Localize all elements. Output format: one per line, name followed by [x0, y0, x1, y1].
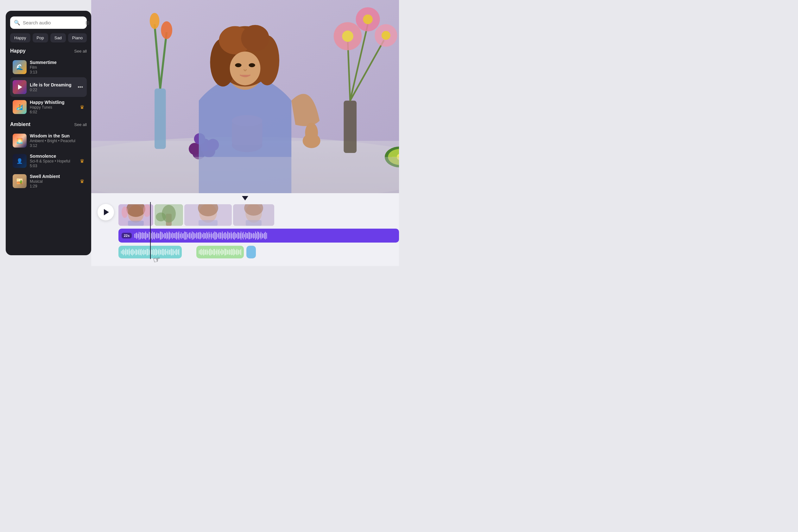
svg-point-20: [382, 31, 391, 40]
track-duration-somnolence: 5:03: [30, 164, 77, 168]
clip-4[interactable]: [233, 204, 274, 226]
scrubber-marker: [242, 196, 248, 201]
chip-pop[interactable]: Pop: [33, 33, 48, 42]
section-ambient-header: Ambient See all: [10, 121, 87, 127]
svg-rect-43: [91, 157, 399, 193]
play-btn-icon: [104, 209, 109, 215]
chip-happy[interactable]: Happy: [10, 33, 31, 42]
timeline-content: 22s: [91, 202, 399, 266]
clip-2[interactable]: [154, 204, 183, 226]
track-thumb-wisdom: 🌅: [13, 134, 26, 148]
track-thumb-somnolence: 👤: [13, 154, 26, 168]
clip-1[interactable]: [118, 204, 153, 226]
track-duration-swell: 1:29: [30, 184, 77, 188]
track-duration-summertime: 3:13: [30, 70, 84, 74]
right-panel: 22s ☞: [91, 0, 399, 266]
track-summertime[interactable]: 🌊 Summertime Film 3:13: [10, 57, 87, 77]
track-sub-swell: Musical: [30, 179, 77, 184]
audio-track-green[interactable]: [196, 246, 244, 259]
svg-rect-57: [198, 220, 217, 226]
track-duration-wisdom: 3:12: [30, 144, 84, 148]
audio-badge: 22s: [121, 233, 132, 239]
svg-point-40: [249, 63, 255, 68]
waveform-purple: [134, 231, 396, 240]
photo-scene: [91, 0, 399, 193]
filter-icon[interactable]: ⊟: [86, 20, 90, 26]
see-all-happy[interactable]: See all: [74, 49, 87, 54]
timeline-scrubber[interactable]: [91, 193, 399, 202]
svg-rect-61: [246, 220, 262, 226]
track-dreaming[interactable]: Life is for Dreaming 0:22 •••: [10, 77, 87, 97]
crown-swell: ♛: [80, 178, 84, 184]
audio-track-purple[interactable]: 22s: [118, 229, 399, 243]
track-name-wisdom: Wisdom in the Sun: [30, 133, 84, 138]
crown-somnolence: ♛: [80, 158, 84, 164]
track-duration-whistling: 6:02: [30, 110, 77, 114]
track-sub-wisdom: Ambient • Bright • Peaceful: [30, 139, 84, 143]
track-sub-somnolence: Sci-fi & Space • Hopeful: [30, 159, 77, 164]
video-preview: [91, 0, 399, 193]
svg-rect-47: [128, 221, 144, 226]
svg-point-49: [143, 204, 151, 217]
track-wisdom[interactable]: 🌅 Wisdom in the Sun Ambient • Bright • P…: [10, 131, 87, 151]
svg-point-38: [230, 52, 261, 86]
track-info-wisdom: Wisdom in the Sun Ambient • Bright • Pea…: [30, 133, 84, 148]
play-overlay-dreaming: [13, 80, 26, 94]
track-name-dreaming: Life is for Dreaming: [30, 82, 73, 88]
track-name-summertime: Summertime: [30, 60, 84, 65]
section-happy-header: Happy See all: [10, 48, 87, 54]
track-name-whistling: Happy Whistling: [30, 100, 77, 105]
search-bar[interactable]: 🔍 ⊟: [10, 17, 87, 29]
track-name-somnolence: Somnolence: [30, 154, 77, 159]
playhead: [150, 202, 151, 259]
track-somnolence[interactable]: 👤 Somnolence Sci-fi & Space • Hopeful 5:…: [10, 151, 87, 171]
track-info-somnolence: Somnolence Sci-fi & Space • Hopeful 5:03: [30, 154, 77, 168]
search-icon: 🔍: [14, 20, 20, 26]
search-input[interactable]: [23, 20, 83, 25]
svg-rect-11: [344, 101, 357, 153]
svg-point-16: [342, 31, 354, 42]
track-sub-whistling: Happy Tunes: [30, 105, 77, 110]
play-button[interactable]: [97, 204, 114, 221]
track-duration-dreaming: 0:22: [30, 88, 73, 92]
clips-row: [118, 204, 399, 226]
tracks-timeline: 22s: [118, 202, 399, 259]
section-happy-title: Happy: [10, 48, 26, 54]
track-info-swell: Swell Ambient Musical 1:29: [30, 174, 77, 188]
play-triangle-dreaming: [18, 84, 22, 90]
track-swell[interactable]: 🏜️ Swell Ambient Musical 1:29 ♛: [10, 171, 87, 191]
track-thumb-dreaming: [13, 80, 26, 94]
track-thumb-whistling: 🏄: [13, 100, 26, 114]
track-info-summertime: Summertime Film 3:13: [30, 60, 84, 74]
svg-point-48: [121, 207, 128, 218]
svg-point-18: [363, 15, 373, 24]
track-thumb-swell: 🏜️: [13, 174, 26, 188]
svg-rect-3: [154, 89, 166, 149]
svg-point-6: [161, 21, 172, 39]
genre-chips: Happy Pop Sad Piano Jazz Bi›: [10, 33, 87, 42]
waveform-green: [199, 248, 241, 256]
svg-point-42: [305, 123, 318, 143]
track-thumb-summertime: 🌊: [13, 60, 26, 74]
svg-point-7: [150, 13, 159, 29]
timeline-area: 22s ☞: [91, 193, 399, 266]
audio-panel: 🔍 ⊟ Happy Pop Sad Piano Jazz Bi› Happy S…: [6, 11, 91, 255]
svg-point-39: [235, 63, 241, 68]
crown-whistling: ♛: [80, 104, 84, 110]
track-whistling[interactable]: 🏄 Happy Whistling Happy Tunes 6:02 ♛: [10, 97, 87, 117]
section-ambient-title: Ambient: [10, 121, 31, 127]
secondary-tracks: [118, 245, 399, 259]
audio-track-blue-sm[interactable]: [246, 246, 256, 259]
track-name-swell: Swell Ambient: [30, 174, 77, 179]
chip-sad[interactable]: Sad: [50, 33, 66, 42]
track-sub-summertime: Film: [30, 65, 84, 70]
track-more-dreaming[interactable]: •••: [76, 83, 84, 91]
chip-piano[interactable]: Piano: [68, 33, 87, 42]
track-info-whistling: Happy Whistling Happy Tunes 6:02: [30, 100, 77, 114]
svg-point-37: [241, 25, 269, 52]
clip-3[interactable]: [184, 204, 232, 226]
see-all-ambient[interactable]: See all: [74, 122, 87, 127]
svg-point-53: [156, 212, 166, 221]
track-info-dreaming: Life is for Dreaming 0:22: [30, 82, 73, 92]
